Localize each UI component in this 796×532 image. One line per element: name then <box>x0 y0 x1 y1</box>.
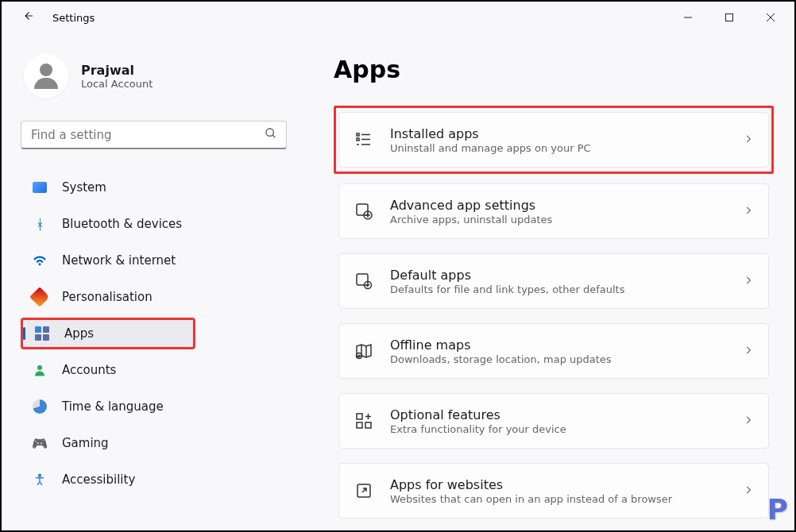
sidebar-item-apps[interactable]: Apps <box>21 318 195 349</box>
svg-rect-8 <box>357 133 359 136</box>
svg-rect-9 <box>357 138 359 141</box>
sidebar-item-label: Personalisation <box>62 290 153 304</box>
svg-rect-16 <box>357 274 368 285</box>
main-panel: Apps Installed appsUninstall and manage … <box>296 33 794 530</box>
profile-name: Prajwal <box>81 63 153 78</box>
chevron-right-icon <box>743 344 754 359</box>
sidebar: Prajwal Local Account System ᚼ Bluetooth… <box>2 33 296 530</box>
paintbrush-icon <box>32 289 48 305</box>
search-icon <box>265 127 277 143</box>
titlebar: Settings <box>2 2 794 33</box>
accessibility-icon <box>32 472 48 488</box>
apps-icon <box>34 326 50 341</box>
sidebar-item-label: Apps <box>64 326 94 341</box>
svg-line-5 <box>272 135 275 137</box>
card-advanced-app-settings[interactable]: Advanced app settingsArchive apps, unins… <box>338 183 769 239</box>
plus-grid-icon <box>354 411 374 431</box>
svg-rect-1 <box>726 14 733 21</box>
svg-rect-21 <box>365 422 371 428</box>
svg-rect-20 <box>357 422 362 428</box>
gear-app-icon <box>354 201 374 222</box>
default-app-icon <box>354 271 374 291</box>
sidebar-item-time-language[interactable]: Time & language <box>21 391 287 422</box>
profile-section[interactable]: Prajwal Local Account <box>21 49 292 121</box>
maximize-button[interactable] <box>712 5 747 30</box>
chevron-right-icon <box>743 484 754 499</box>
card-title: Advanced app settings <box>390 198 727 213</box>
clock-icon <box>32 399 48 414</box>
search-input[interactable] <box>21 121 287 149</box>
card-title: Offline maps <box>390 337 727 353</box>
card-default-apps[interactable]: Default appsDefaults for file and link t… <box>338 253 769 309</box>
card-offline-maps[interactable]: Offline mapsDownloads, storage location,… <box>338 323 769 379</box>
minimize-button[interactable] <box>670 5 705 30</box>
person-icon <box>32 362 48 378</box>
svg-point-6 <box>37 365 42 370</box>
card-title: Installed apps <box>390 126 727 141</box>
chevron-right-icon <box>743 414 754 429</box>
chevron-right-icon <box>743 133 754 148</box>
sidebar-item-personalisation[interactable]: Personalisation <box>21 281 287 313</box>
card-subtitle: Uninstall and manage apps on your PC <box>390 142 727 154</box>
card-optional-features[interactable]: Optional featuresExtra functionality for… <box>338 393 769 449</box>
bluetooth-icon: ᚼ <box>32 216 48 232</box>
sidebar-item-label: Bluetooth & devices <box>62 217 182 231</box>
external-link-icon <box>354 480 374 501</box>
list-icon <box>354 129 374 150</box>
sidebar-item-label: Accessibility <box>62 472 135 487</box>
gamepad-icon: 🎮 <box>32 435 48 451</box>
sidebar-item-system[interactable]: System <box>21 172 287 203</box>
sidebar-item-gaming[interactable]: 🎮 Gaming <box>21 427 287 459</box>
card-subtitle: Websites that can open in an app instead… <box>390 493 727 505</box>
card-subtitle: Extra functionality for your device <box>390 423 727 435</box>
sidebar-item-accessibility[interactable]: Accessibility <box>21 464 287 495</box>
system-icon <box>32 179 48 195</box>
close-button[interactable] <box>753 5 788 30</box>
svg-point-7 <box>39 474 41 476</box>
card-installed-apps[interactable]: Installed appsUninstall and manage apps … <box>338 112 769 168</box>
sidebar-item-label: System <box>62 180 106 195</box>
svg-rect-14 <box>357 204 368 215</box>
card-subtitle: Defaults for file and link types, other … <box>390 283 727 295</box>
chevron-right-icon <box>743 204 754 219</box>
nav-list: System ᚼ Bluetooth & devices Network & i… <box>21 172 292 500</box>
card-title: Default apps <box>390 268 727 283</box>
profile-type: Local Account <box>81 78 153 90</box>
back-button[interactable] <box>17 6 38 29</box>
card-subtitle: Downloads, storage location, map updates <box>390 353 727 365</box>
card-title: Apps for websites <box>390 477 727 492</box>
sidebar-item-network[interactable]: Network & internet <box>21 245 287 276</box>
page-title: Apps <box>334 56 774 83</box>
app-title: Settings <box>52 12 95 24</box>
sidebar-item-bluetooth[interactable]: ᚼ Bluetooth & devices <box>21 208 287 240</box>
sidebar-item-label: Gaming <box>62 436 109 450</box>
sidebar-item-label: Time & language <box>62 399 164 414</box>
chevron-right-icon <box>743 274 754 289</box>
card-title: Optional features <box>390 407 727 422</box>
avatar <box>24 54 68 98</box>
sidebar-item-label: Network & internet <box>62 253 176 268</box>
svg-point-4 <box>266 129 273 136</box>
svg-rect-19 <box>357 414 362 419</box>
wifi-icon <box>32 253 48 268</box>
card-subtitle: Archive apps, uninstall updates <box>390 214 727 226</box>
sidebar-item-accounts[interactable]: Accounts <box>21 354 287 386</box>
sidebar-item-label: Accounts <box>62 363 116 377</box>
map-icon <box>354 341 374 361</box>
card-apps-for-websites[interactable]: Apps for websitesWebsites that can open … <box>338 463 769 519</box>
